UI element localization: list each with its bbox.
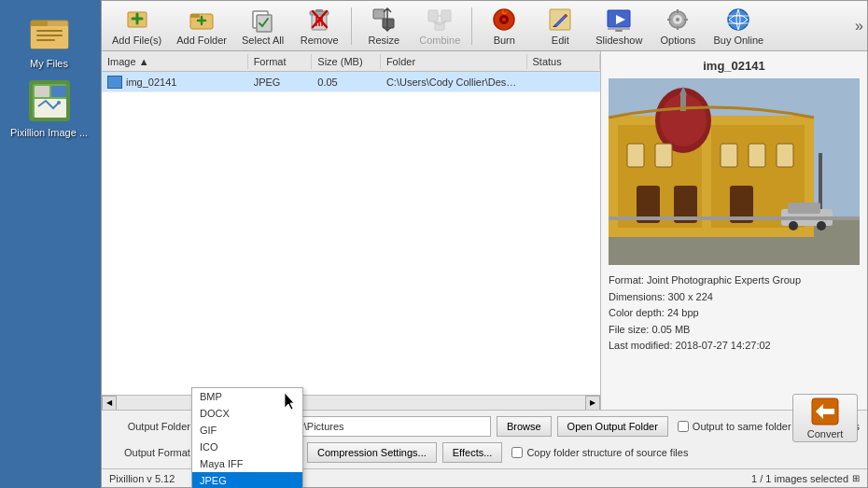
status-text: 1 / 1 images selected: [751, 473, 848, 484]
horizontal-scrollbar[interactable]: ◀ ▶: [102, 395, 600, 410]
svg-rect-21: [428, 10, 438, 21]
svg-rect-1: [31, 26, 68, 49]
svg-rect-14: [190, 14, 200, 18]
scroll-right-btn[interactable]: ▶: [585, 396, 600, 411]
svg-rect-2: [31, 21, 48, 26]
file-table-body: img_02141 JPEG 0.05 C:\Users\Cody Collie…: [102, 72, 600, 395]
svg-rect-20: [383, 19, 394, 28]
effects-button[interactable]: Effects...: [442, 442, 503, 463]
dropdown-item-ico[interactable]: ICO: [192, 439, 302, 455]
svg-rect-4: [36, 35, 63, 36]
scroll-track[interactable]: [117, 396, 585, 411]
buy-online-button[interactable]: Buy Online: [707, 3, 770, 49]
combine-label: Combine: [419, 35, 460, 46]
add-folder-label: Add Folder: [176, 35, 227, 46]
convert-button[interactable]: Convert: [792, 394, 858, 442]
thumbnail-icon: [107, 76, 122, 89]
svg-rect-19: [373, 9, 385, 19]
svg-point-56: [789, 221, 798, 230]
my-files-icon: [27, 9, 72, 54]
toolbar-sep-2: [471, 7, 472, 45]
remove-button[interactable]: Remove: [292, 3, 346, 49]
svg-rect-49: [777, 144, 793, 167]
table-row[interactable]: img_02141 JPEG 0.05 C:\Users\Cody Collie…: [102, 72, 600, 92]
dropdown-item-gif[interactable]: GIF: [192, 422, 302, 439]
copy-structure-wrapper: Copy folder structure of source files: [511, 447, 688, 458]
svg-rect-47: [721, 144, 737, 167]
row-status: [527, 80, 600, 84]
open-output-folder-button[interactable]: Open Output Folder: [557, 416, 668, 437]
dropdown-item-maya-iff[interactable]: Maya IFF: [192, 455, 302, 472]
format-info: Format: Joint Photographic Experts Group: [609, 272, 860, 289]
add-files-button[interactable]: Add File(s): [105, 3, 168, 49]
dropdown-item-docx[interactable]: DOCX: [192, 405, 302, 422]
format-label: Output Format:: [109, 447, 193, 458]
svg-rect-8: [35, 86, 49, 97]
svg-rect-55: [788, 202, 820, 214]
resize-label: Resize: [368, 35, 399, 46]
svg-point-57: [817, 221, 826, 230]
browse-button[interactable]: Browse: [497, 416, 552, 437]
copy-structure-checkbox[interactable]: [511, 447, 523, 458]
edit-button[interactable]: Edit: [533, 3, 587, 49]
my-files-label: My Files: [30, 58, 68, 69]
svg-rect-30: [608, 28, 630, 30]
scroll-left-btn[interactable]: ◀: [102, 396, 117, 411]
file-size-info: File size: 0.05 MB: [609, 322, 860, 339]
file-table-header: Image ▲ Format Size (MB) Folder Status: [102, 51, 600, 72]
svg-rect-48: [749, 144, 765, 167]
last-modified-info: Last modified: 2018-07-27 14:27:02: [609, 338, 860, 355]
svg-rect-9: [51, 86, 66, 97]
format-dropdown: BMP DOCX GIF ICO Maya IFF JPEG JPEG XR J…: [191, 387, 303, 488]
convert-icon: [810, 397, 840, 426]
add-folder-button[interactable]: Add Folder: [170, 3, 233, 49]
svg-point-35: [728, 9, 749, 30]
dropdown-item-jpeg[interactable]: JPEG: [192, 472, 302, 488]
pixillion-label: Pixillion Image ...: [10, 127, 88, 138]
buy-online-label: Buy Online: [713, 35, 763, 46]
add-folder-icon: [189, 7, 215, 33]
slideshow-button[interactable]: Slideshow: [589, 3, 649, 49]
same-folder-checkbox[interactable]: [678, 421, 689, 432]
add-files-icon: [124, 7, 150, 33]
desktop-icon-pixillion[interactable]: Pixillion Image ...: [7, 78, 91, 138]
select-all-icon: [250, 7, 276, 33]
burn-icon: [491, 7, 517, 33]
dropdown-item-bmp[interactable]: BMP: [192, 388, 302, 405]
preview-image: [609, 78, 860, 265]
select-all-label: Select All: [242, 35, 284, 46]
toolbar-more[interactable]: »: [855, 18, 863, 35]
options-label: Options: [660, 35, 695, 46]
row-format: JPEG: [248, 75, 313, 90]
select-all-button[interactable]: Select All: [235, 3, 290, 49]
options-icon: [665, 7, 691, 33]
svg-point-11: [57, 101, 61, 105]
options-button[interactable]: Options: [651, 3, 705, 49]
combine-icon: [427, 7, 453, 33]
pixillion-icon: [27, 78, 72, 123]
remove-label: Remove: [301, 35, 339, 46]
resize-button[interactable]: Resize: [357, 3, 411, 49]
row-image: img_02141: [102, 74, 248, 91]
col-header-image[interactable]: Image ▲: [102, 54, 248, 69]
dimensions-info: Dimensions: 300 x 224: [609, 289, 860, 306]
col-header-folder[interactable]: Folder: [381, 54, 527, 69]
toolbar: Add File(s) Add Folder: [102, 1, 867, 51]
svg-rect-5: [36, 39, 55, 41]
svg-rect-46: [655, 144, 672, 167]
convert-label: Convert: [807, 428, 844, 439]
svg-point-26: [502, 18, 506, 21]
col-header-size[interactable]: Size (MB): [312, 54, 381, 69]
combine-button[interactable]: Combine: [413, 3, 467, 49]
copy-structure-label: Copy folder structure of source files: [526, 447, 688, 458]
preview-title: img_02141: [609, 59, 860, 73]
row-size: 0.05: [312, 75, 381, 90]
desktop-icon-my-files[interactable]: My Files: [7, 9, 91, 69]
compression-settings-button[interactable]: Compression Settings...: [307, 442, 437, 463]
color-depth-info: Color depth: 24 bpp: [609, 305, 860, 322]
expand-icon[interactable]: ⊞: [852, 473, 860, 483]
col-header-format[interactable]: Format: [248, 54, 313, 69]
slideshow-icon: [606, 7, 632, 33]
col-header-status[interactable]: Status: [527, 54, 600, 69]
burn-button[interactable]: Burn: [477, 3, 531, 49]
